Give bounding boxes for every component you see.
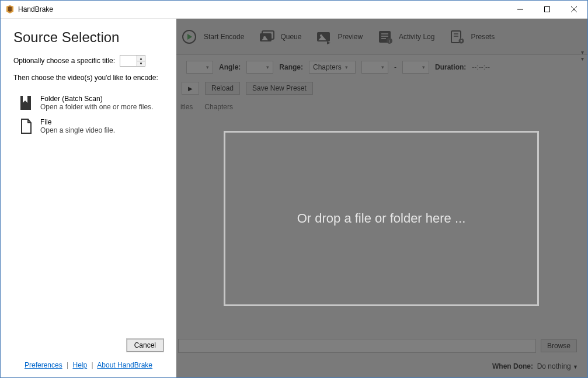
source-selection-panel: Source Selection Optionally choose a spe…: [1, 19, 176, 377]
cancel-button[interactable]: Cancel: [127, 339, 163, 352]
source-option-folder[interactable]: Folder (Batch Scan) Open a folder with o…: [13, 91, 163, 115]
maximize-button[interactable]: [534, 1, 561, 19]
svg-rect-1: [545, 7, 550, 12]
spinner-up-button[interactable]: ▲: [137, 56, 145, 61]
app-window: HandBrake Start Encode Queue Preview: [0, 0, 588, 378]
close-button[interactable]: [561, 1, 587, 19]
source-selection-heading: Source Selection: [13, 29, 163, 46]
then-choose-label: Then choose the video(s) you'd like to e…: [13, 74, 163, 82]
specific-title-input[interactable]: [120, 56, 137, 66]
source-option-folder-desc: Open a folder with one or more files.: [40, 103, 153, 111]
about-link[interactable]: About HandBrake: [97, 361, 152, 369]
specific-title-label: Optionally choose a specific title:: [13, 57, 115, 65]
source-option-file-label: File: [40, 118, 115, 126]
source-option-folder-label: Folder (Batch Scan): [40, 95, 153, 103]
spinner-down-button[interactable]: ▼: [137, 61, 145, 66]
help-link[interactable]: Help: [72, 361, 87, 369]
source-option-file[interactable]: File Open a single video file.: [13, 115, 163, 138]
preferences-link[interactable]: Preferences: [25, 361, 62, 369]
app-icon: [5, 5, 15, 14]
content-area: Start Encode Queue Preview i Activity Lo…: [1, 19, 587, 377]
source-option-file-desc: Open a single video file.: [40, 126, 115, 134]
folder-icon: [19, 95, 33, 111]
dropzone[interactable]: Or drop a file or folder here ...: [224, 131, 539, 306]
dropzone-label: Or drop a file or folder here ...: [297, 211, 466, 226]
window-title: HandBrake: [18, 5, 507, 13]
titlebar: HandBrake: [1, 1, 587, 19]
file-icon: [19, 118, 33, 134]
specific-title-spinner[interactable]: ▲ ▼: [120, 55, 145, 67]
minimize-button[interactable]: [507, 1, 534, 19]
footer-links: Preferences | Help | About HandBrake: [13, 361, 163, 369]
